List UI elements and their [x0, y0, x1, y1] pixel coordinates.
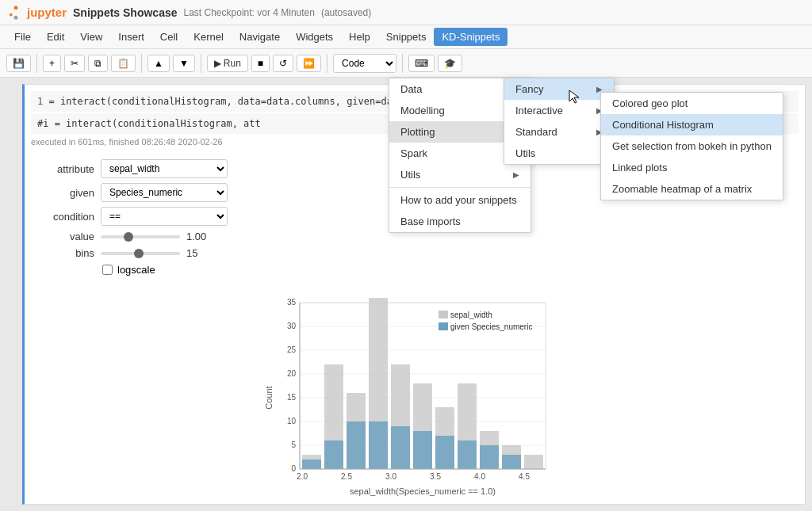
logscale-row: logscale	[102, 264, 799, 276]
move-up-button[interactable]: ▲	[147, 55, 170, 72]
histogram-chart: Count 0 5 10 15 20 25 30	[264, 295, 565, 501]
svg-text:10: 10	[287, 417, 297, 425]
menu-kernel[interactable]: Kernel	[186, 28, 232, 46]
add-cell-button[interactable]: +	[43, 55, 61, 72]
bins-slider-container: 15	[101, 247, 210, 259]
zoomable-heatmap-label: Zoomable heatmap of a matrix	[612, 183, 752, 195]
menu-edit[interactable]: Edit	[39, 28, 72, 46]
condition-select[interactable]: == < >	[101, 207, 228, 226]
get-selection-label: Get selection from bokeh in python	[612, 140, 772, 152]
submenu-fancy[interactable]: Fancy ▶	[504, 78, 614, 100]
menu-insert[interactable]: Insert	[110, 28, 152, 46]
restart-run-button[interactable]: ⏩	[297, 55, 321, 72]
bins-slider[interactable]	[101, 252, 180, 255]
menu-utils[interactable]: Utils ▶	[389, 164, 530, 185]
linked-plots-label: Linked plots	[612, 162, 667, 174]
submenu-standard[interactable]: Standard ▶	[504, 121, 614, 143]
stop-button[interactable]: ■	[251, 55, 270, 72]
restart-button[interactable]: ↺	[273, 55, 293, 72]
svg-text:25: 25	[287, 345, 297, 354]
attribute-select[interactable]: sepal_width sepal_length petal_width	[101, 159, 228, 178]
autosaved-text: (autosaved)	[321, 7, 371, 18]
logscale-checkbox[interactable]	[102, 265, 113, 275]
svg-rect-34	[435, 436, 454, 469]
attribute-label: attribute	[31, 163, 94, 175]
utils-arrow: ▶	[513, 170, 519, 179]
svg-text:30: 30	[287, 322, 297, 330]
toolbar-separator-3	[201, 54, 201, 73]
plotting-submenu: Fancy ▶ Interactive ▶ Standard ▶ Utils	[504, 78, 615, 165]
modelling-label: Modelling	[400, 105, 445, 116]
given-label: given	[31, 187, 94, 199]
svg-text:sepal_width(Species_numeric ==: sepal_width(Species_numeric == 1.0)	[350, 486, 496, 496]
value-slider[interactable]	[101, 235, 180, 238]
bins-display: 15	[186, 247, 210, 259]
svg-text:35: 35	[287, 298, 297, 307]
menu-widgets[interactable]: Widgets	[288, 28, 341, 46]
toolbar-separator-5	[402, 54, 403, 73]
svg-rect-28	[369, 421, 388, 469]
save-button[interactable]: 💾	[6, 55, 31, 72]
notebook-title: Snippets Showcase	[73, 6, 177, 19]
submenu-interactive[interactable]: Interactive ▶	[504, 100, 614, 121]
plotting-label: Plotting	[400, 126, 435, 138]
hat-button[interactable]: 🎓	[438, 55, 462, 72]
svg-text:2.5: 2.5	[341, 472, 352, 481]
submenu-utils[interactable]: Utils	[504, 143, 614, 164]
keyboard-button[interactable]: ⌨	[408, 55, 435, 72]
cut-button[interactable]: ✂	[64, 55, 85, 72]
svg-text:15: 15	[287, 393, 297, 402]
svg-point-1	[14, 15, 18, 19]
fancy-conditional-histogram[interactable]: Conditional Histogram	[601, 114, 783, 135]
plotting-utils-label: Utils	[515, 147, 535, 159]
fancy-linked-plots[interactable]: Linked plots	[601, 157, 783, 178]
bins-label: bins	[31, 247, 94, 259]
menu-how-to[interactable]: How to add your snippets	[389, 189, 530, 211]
toolbar-separator-4	[327, 54, 327, 73]
fancy-submenu: Colored geo plot Conditional Histogram G…	[600, 92, 783, 200]
fancy-zoomable-heatmap[interactable]: Zoomable heatmap of a matrix	[601, 178, 783, 200]
dropdown-divider-1	[389, 187, 530, 188]
paste-button[interactable]: 📋	[111, 55, 136, 72]
colored-geo-label: Colored geo plot	[612, 97, 688, 109]
svg-rect-22	[302, 460, 321, 469]
conditional-histogram-label: Conditional Histogram	[612, 119, 714, 131]
menu-snippets[interactable]: Snippets	[378, 28, 435, 46]
base-imports-label: Base imports	[400, 215, 461, 227]
jupyter-icon	[8, 5, 24, 21]
menu-base-imports[interactable]: Base imports	[389, 211, 530, 232]
svg-rect-38	[480, 445, 499, 469]
value-slider-container: 1.00	[101, 231, 210, 242]
toolbar: 💾 + ✂ ⧉ 📋 ▲ ▼ ▶ Run ■ ↺ ⏩ Code Markdown …	[0, 49, 812, 78]
given-select[interactable]: Species_numeric sepal_length	[101, 183, 228, 202]
checkpoint-text: Last Checkpoint: vor 4 Minuten	[184, 7, 315, 18]
menu-file[interactable]: File	[6, 28, 39, 46]
svg-rect-40	[502, 455, 521, 469]
svg-rect-41	[524, 455, 543, 469]
menu-view[interactable]: View	[72, 28, 110, 46]
copy-button[interactable]: ⧉	[88, 55, 108, 72]
fancy-get-selection[interactable]: Get selection from bokeh in python	[601, 135, 783, 157]
svg-text:20: 20	[287, 369, 297, 378]
value-display: 1.00	[186, 231, 210, 242]
menu-cell[interactable]: Cell	[152, 28, 186, 46]
interactive-label: Interactive	[515, 105, 563, 116]
data-label: Data	[400, 83, 422, 95]
fancy-label: Fancy	[515, 83, 543, 95]
value-label: value	[31, 231, 94, 242]
move-down-button[interactable]: ▼	[173, 55, 195, 72]
run-button[interactable]: ▶ Run	[207, 55, 248, 72]
run-label: Run	[224, 58, 241, 69]
titlebar: jupyter Snippets Showcase Last Checkpoin…	[0, 0, 812, 25]
logscale-label: logscale	[117, 264, 155, 276]
menubar: File Edit View Insert Cell Kernel Naviga…	[0, 25, 812, 49]
menu-navigate[interactable]: Navigate	[232, 28, 288, 46]
menu-kd-snippets[interactable]: KD-Snippets	[434, 28, 508, 46]
svg-text:4.5: 4.5	[519, 472, 530, 481]
svg-rect-24	[324, 440, 343, 469]
jupyter-logo: jupyter	[8, 5, 67, 21]
fancy-colored-geo[interactable]: Colored geo plot	[601, 93, 783, 114]
cell-type-select[interactable]: Code Markdown Raw	[333, 54, 396, 73]
svg-text:0: 0	[291, 464, 296, 473]
menu-help[interactable]: Help	[341, 28, 378, 46]
